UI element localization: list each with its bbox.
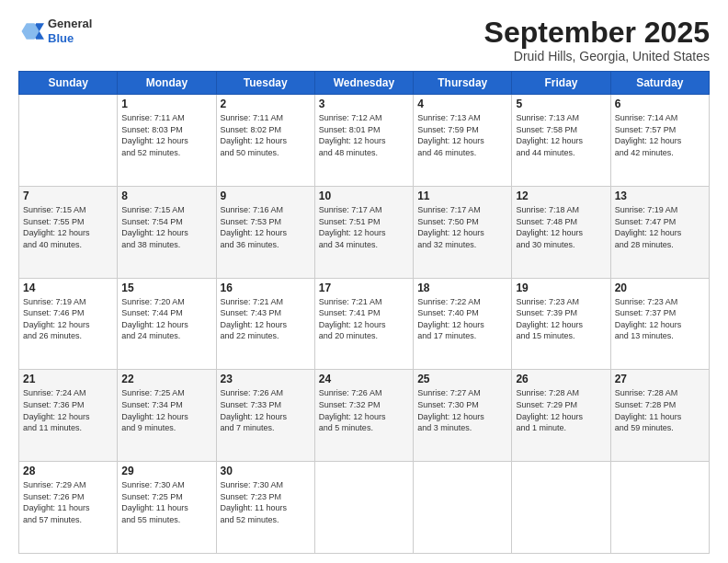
day-info: Sunrise: 7:17 AM Sunset: 7:51 PM Dayligh…: [319, 204, 409, 250]
day-number: 18: [417, 282, 507, 294]
logo-blue: Blue: [48, 31, 92, 46]
calendar-week-4: 21Sunrise: 7:24 AM Sunset: 7:36 PM Dayli…: [19, 370, 710, 462]
day-info: Sunrise: 7:11 AM Sunset: 8:03 PM Dayligh…: [121, 112, 211, 158]
day-number: 10: [319, 190, 409, 202]
weekday-header-wednesday: Wednesday: [314, 72, 413, 95]
day-number: 23: [221, 373, 311, 385]
day-info: Sunrise: 7:14 AM Sunset: 7:57 PM Dayligh…: [615, 112, 705, 158]
day-info: Sunrise: 7:15 AM Sunset: 7:54 PM Dayligh…: [121, 204, 211, 250]
day-number: 9: [221, 190, 311, 202]
weekday-header-thursday: Thursday: [414, 72, 512, 95]
day-number: 21: [23, 373, 113, 385]
day-number: 2: [221, 98, 311, 110]
day-info: Sunrise: 7:23 AM Sunset: 7:39 PM Dayligh…: [516, 296, 606, 342]
calendar-cell: 14Sunrise: 7:19 AM Sunset: 7:46 PM Dayli…: [19, 278, 118, 370]
calendar-cell: 4Sunrise: 7:13 AM Sunset: 7:59 PM Daylig…: [414, 95, 512, 187]
logo-icon: [18, 18, 44, 44]
calendar-cell: 18Sunrise: 7:22 AM Sunset: 7:40 PM Dayli…: [414, 278, 512, 370]
calendar-cell: 2Sunrise: 7:11 AM Sunset: 8:02 PM Daylig…: [216, 95, 314, 187]
day-info: Sunrise: 7:11 AM Sunset: 8:02 PM Dayligh…: [221, 112, 311, 158]
day-info: Sunrise: 7:21 AM Sunset: 7:41 PM Dayligh…: [319, 296, 409, 342]
day-info: Sunrise: 7:12 AM Sunset: 8:01 PM Dayligh…: [319, 112, 409, 158]
day-info: Sunrise: 7:20 AM Sunset: 7:44 PM Dayligh…: [121, 296, 211, 342]
calendar-week-3: 14Sunrise: 7:19 AM Sunset: 7:46 PM Dayli…: [19, 278, 710, 370]
day-number: 16: [221, 282, 311, 294]
calendar-cell: 24Sunrise: 7:26 AM Sunset: 7:32 PM Dayli…: [314, 370, 413, 462]
day-number: 11: [417, 190, 507, 202]
day-number: 17: [319, 282, 409, 294]
day-number: 12: [516, 190, 606, 202]
month-title: September 2025: [484, 17, 710, 49]
calendar-cell: 27Sunrise: 7:28 AM Sunset: 7:28 PM Dayli…: [610, 370, 709, 462]
calendar-cell: 28Sunrise: 7:29 AM Sunset: 7:26 PM Dayli…: [19, 462, 118, 554]
day-number: 26: [516, 373, 606, 385]
day-info: Sunrise: 7:27 AM Sunset: 7:30 PM Dayligh…: [417, 387, 507, 433]
calendar-cell: 17Sunrise: 7:21 AM Sunset: 7:41 PM Dayli…: [314, 278, 413, 370]
day-number: 3: [319, 98, 409, 110]
calendar-week-2: 7Sunrise: 7:15 AM Sunset: 7:55 PM Daylig…: [19, 186, 710, 278]
logo: General Blue: [18, 17, 92, 45]
page-header: General Blue September 2025 Druid Hills,…: [18, 17, 710, 63]
calendar-cell: 7Sunrise: 7:15 AM Sunset: 7:55 PM Daylig…: [19, 186, 118, 278]
logo-general: General: [48, 17, 92, 31]
calendar-cell: [414, 462, 512, 554]
day-info: Sunrise: 7:18 AM Sunset: 7:48 PM Dayligh…: [516, 204, 606, 250]
day-number: 19: [516, 282, 606, 294]
day-number: 25: [417, 373, 507, 385]
calendar-cell: 9Sunrise: 7:16 AM Sunset: 7:53 PM Daylig…: [216, 186, 314, 278]
day-number: 22: [121, 373, 211, 385]
day-info: Sunrise: 7:28 AM Sunset: 7:29 PM Dayligh…: [516, 387, 606, 433]
calendar-cell: 12Sunrise: 7:18 AM Sunset: 7:48 PM Dayli…: [512, 186, 610, 278]
day-info: Sunrise: 7:13 AM Sunset: 7:58 PM Dayligh…: [516, 112, 606, 158]
calendar-cell: 23Sunrise: 7:26 AM Sunset: 7:33 PM Dayli…: [216, 370, 314, 462]
day-number: 5: [516, 98, 606, 110]
weekday-header-saturday: Saturday: [610, 72, 709, 95]
calendar-cell: 16Sunrise: 7:21 AM Sunset: 7:43 PM Dayli…: [216, 278, 314, 370]
logo-text: General Blue: [48, 17, 92, 45]
calendar-cell: 26Sunrise: 7:28 AM Sunset: 7:29 PM Dayli…: [512, 370, 610, 462]
calendar-cell: 15Sunrise: 7:20 AM Sunset: 7:44 PM Dayli…: [118, 278, 216, 370]
calendar-cell: [19, 95, 118, 187]
calendar-cell: [610, 462, 709, 554]
day-number: 4: [417, 98, 507, 110]
day-info: Sunrise: 7:28 AM Sunset: 7:28 PM Dayligh…: [615, 387, 705, 433]
day-info: Sunrise: 7:22 AM Sunset: 7:40 PM Dayligh…: [417, 296, 507, 342]
day-number: 7: [23, 190, 113, 202]
day-number: 15: [121, 282, 211, 294]
day-number: 20: [615, 282, 705, 294]
day-info: Sunrise: 7:15 AM Sunset: 7:55 PM Dayligh…: [23, 204, 113, 250]
day-info: Sunrise: 7:23 AM Sunset: 7:37 PM Dayligh…: [615, 296, 705, 342]
day-number: 30: [221, 465, 311, 477]
calendar-cell: 19Sunrise: 7:23 AM Sunset: 7:39 PM Dayli…: [512, 278, 610, 370]
day-info: Sunrise: 7:26 AM Sunset: 7:32 PM Dayligh…: [319, 387, 409, 433]
weekday-header-tuesday: Tuesday: [216, 72, 314, 95]
calendar-cell: 30Sunrise: 7:30 AM Sunset: 7:23 PM Dayli…: [216, 462, 314, 554]
title-block: September 2025 Druid Hills, Georgia, Uni…: [484, 17, 710, 63]
day-info: Sunrise: 7:19 AM Sunset: 7:46 PM Dayligh…: [23, 296, 113, 342]
calendar-cell: 1Sunrise: 7:11 AM Sunset: 8:03 PM Daylig…: [118, 95, 216, 187]
day-number: 28: [23, 465, 113, 477]
calendar-cell: 5Sunrise: 7:13 AM Sunset: 7:58 PM Daylig…: [512, 95, 610, 187]
calendar-cell: [314, 462, 413, 554]
day-number: 6: [615, 98, 705, 110]
calendar-cell: 22Sunrise: 7:25 AM Sunset: 7:34 PM Dayli…: [118, 370, 216, 462]
day-info: Sunrise: 7:24 AM Sunset: 7:36 PM Dayligh…: [23, 387, 113, 433]
calendar-cell: 11Sunrise: 7:17 AM Sunset: 7:50 PM Dayli…: [414, 186, 512, 278]
calendar-week-5: 28Sunrise: 7:29 AM Sunset: 7:26 PM Dayli…: [19, 462, 710, 554]
calendar-cell: 6Sunrise: 7:14 AM Sunset: 7:57 PM Daylig…: [610, 95, 709, 187]
day-number: 27: [615, 373, 705, 385]
location: Druid Hills, Georgia, United States: [484, 49, 710, 63]
day-info: Sunrise: 7:21 AM Sunset: 7:43 PM Dayligh…: [221, 296, 311, 342]
day-number: 24: [319, 373, 409, 385]
calendar-cell: 10Sunrise: 7:17 AM Sunset: 7:51 PM Dayli…: [314, 186, 413, 278]
day-info: Sunrise: 7:29 AM Sunset: 7:26 PM Dayligh…: [23, 479, 113, 525]
day-info: Sunrise: 7:30 AM Sunset: 7:25 PM Dayligh…: [121, 479, 211, 525]
calendar-cell: 8Sunrise: 7:15 AM Sunset: 7:54 PM Daylig…: [118, 186, 216, 278]
weekday-header-monday: Monday: [118, 72, 216, 95]
calendar-cell: 29Sunrise: 7:30 AM Sunset: 7:25 PM Dayli…: [118, 462, 216, 554]
day-info: Sunrise: 7:13 AM Sunset: 7:59 PM Dayligh…: [417, 112, 507, 158]
day-info: Sunrise: 7:25 AM Sunset: 7:34 PM Dayligh…: [121, 387, 211, 433]
calendar-cell: 21Sunrise: 7:24 AM Sunset: 7:36 PM Dayli…: [19, 370, 118, 462]
calendar-cell: 13Sunrise: 7:19 AM Sunset: 7:47 PM Dayli…: [610, 186, 709, 278]
day-number: 29: [121, 465, 211, 477]
